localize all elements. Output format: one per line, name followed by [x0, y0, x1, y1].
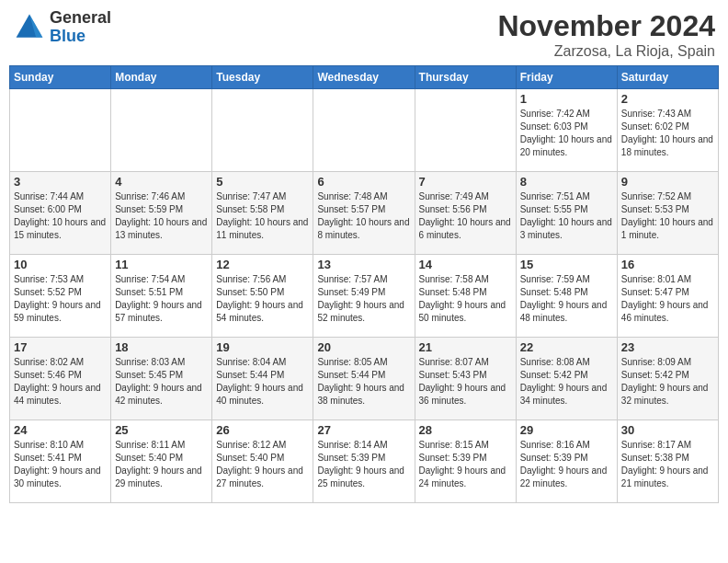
table-row: 19Sunrise: 8:04 AM Sunset: 5:44 PM Dayli… [212, 338, 313, 420]
calendar-week-row: 17Sunrise: 8:02 AM Sunset: 5:46 PM Dayli… [10, 338, 719, 420]
day-info: Sunrise: 8:14 AM Sunset: 5:39 PM Dayligh… [317, 439, 410, 490]
day-number: 18 [115, 340, 208, 354]
day-info: Sunrise: 7:57 AM Sunset: 5:49 PM Dayligh… [317, 273, 410, 325]
table-row [212, 89, 313, 172]
day-number: 15 [520, 258, 613, 271]
day-number: 17 [14, 340, 107, 354]
table-row: 10Sunrise: 7:53 AM Sunset: 5:52 PM Dayli… [10, 255, 111, 338]
logo: General Blue [13, 9, 111, 46]
day-info: Sunrise: 8:10 AM Sunset: 5:41 PM Dayligh… [14, 439, 107, 490]
table-row: 21Sunrise: 8:07 AM Sunset: 5:43 PM Dayli… [415, 338, 516, 420]
location-subtitle: Zarzosa, La Rioja, Spain [497, 43, 715, 60]
table-row [111, 89, 212, 172]
day-number: 3 [14, 175, 107, 189]
day-info: Sunrise: 8:04 AM Sunset: 5:44 PM Dayligh… [216, 356, 309, 408]
table-row: 16Sunrise: 8:01 AM Sunset: 5:47 PM Dayli… [617, 255, 718, 338]
table-row: 2Sunrise: 7:43 AM Sunset: 6:02 PM Daylig… [617, 89, 718, 172]
day-number: 10 [14, 258, 107, 271]
day-info: Sunrise: 8:11 AM Sunset: 5:40 PM Dayligh… [115, 439, 208, 490]
table-row: 13Sunrise: 7:57 AM Sunset: 5:49 PM Dayli… [313, 255, 415, 338]
table-row: 27Sunrise: 8:14 AM Sunset: 5:39 PM Dayli… [313, 420, 415, 503]
day-number: 20 [317, 340, 410, 354]
col-friday: Friday [516, 66, 617, 89]
table-row: 1Sunrise: 7:42 AM Sunset: 6:03 PM Daylig… [516, 89, 617, 172]
calendar-table: Sunday Monday Tuesday Wednesday Thursday… [9, 65, 719, 503]
table-row: 7Sunrise: 7:49 AM Sunset: 5:56 PM Daylig… [415, 172, 516, 255]
day-number: 24 [14, 423, 107, 437]
table-row: 20Sunrise: 8:05 AM Sunset: 5:44 PM Dayli… [313, 338, 415, 420]
day-number: 21 [419, 340, 512, 354]
logo-icon [13, 11, 46, 44]
day-number: 30 [621, 423, 714, 437]
col-monday: Monday [111, 66, 212, 89]
day-number: 11 [115, 258, 208, 271]
table-row: 25Sunrise: 8:11 AM Sunset: 5:40 PM Dayli… [111, 420, 212, 503]
day-info: Sunrise: 8:05 AM Sunset: 5:44 PM Dayligh… [317, 356, 410, 408]
day-number: 12 [216, 258, 309, 271]
table-row: 3Sunrise: 7:44 AM Sunset: 6:00 PM Daylig… [10, 172, 111, 255]
table-row: 5Sunrise: 7:47 AM Sunset: 5:58 PM Daylig… [212, 172, 313, 255]
day-info: Sunrise: 7:47 AM Sunset: 5:58 PM Dayligh… [216, 190, 309, 242]
day-number: 22 [520, 340, 613, 354]
table-row: 14Sunrise: 7:58 AM Sunset: 5:48 PM Dayli… [415, 255, 516, 338]
day-number: 28 [419, 423, 512, 437]
day-info: Sunrise: 8:16 AM Sunset: 5:39 PM Dayligh… [520, 439, 613, 490]
day-number: 6 [317, 175, 410, 189]
day-number: 4 [115, 175, 208, 189]
table-row: 11Sunrise: 7:54 AM Sunset: 5:51 PM Dayli… [111, 255, 212, 338]
day-info: Sunrise: 8:12 AM Sunset: 5:40 PM Dayligh… [216, 439, 309, 490]
day-number: 2 [621, 92, 714, 106]
day-info: Sunrise: 7:44 AM Sunset: 6:00 PM Dayligh… [14, 190, 107, 242]
day-info: Sunrise: 8:15 AM Sunset: 5:39 PM Dayligh… [419, 439, 512, 490]
calendar-week-row: 3Sunrise: 7:44 AM Sunset: 6:00 PM Daylig… [10, 172, 719, 255]
table-row: 9Sunrise: 7:52 AM Sunset: 5:53 PM Daylig… [617, 172, 718, 255]
table-row: 28Sunrise: 8:15 AM Sunset: 5:39 PM Dayli… [415, 420, 516, 503]
table-row: 24Sunrise: 8:10 AM Sunset: 5:41 PM Dayli… [10, 420, 111, 503]
table-row: 12Sunrise: 7:56 AM Sunset: 5:50 PM Dayli… [212, 255, 313, 338]
day-number: 29 [520, 423, 613, 437]
day-info: Sunrise: 7:46 AM Sunset: 5:59 PM Dayligh… [115, 190, 208, 242]
day-info: Sunrise: 7:58 AM Sunset: 5:48 PM Dayligh… [419, 273, 512, 325]
table-row: 4Sunrise: 7:46 AM Sunset: 5:59 PM Daylig… [111, 172, 212, 255]
day-info: Sunrise: 8:07 AM Sunset: 5:43 PM Dayligh… [419, 356, 512, 408]
table-row: 18Sunrise: 8:03 AM Sunset: 5:45 PM Dayli… [111, 338, 212, 420]
col-wednesday: Wednesday [313, 66, 415, 89]
day-number: 9 [621, 175, 714, 189]
day-info: Sunrise: 7:42 AM Sunset: 6:03 PM Dayligh… [520, 108, 613, 159]
table-row [10, 89, 111, 172]
day-info: Sunrise: 7:59 AM Sunset: 5:48 PM Dayligh… [520, 273, 613, 325]
logo-blue: Blue [50, 27, 85, 45]
day-number: 26 [216, 423, 309, 437]
day-info: Sunrise: 7:51 AM Sunset: 5:55 PM Dayligh… [520, 190, 613, 242]
col-saturday: Saturday [617, 66, 718, 89]
logo-text: General Blue [50, 9, 111, 46]
table-row: 17Sunrise: 8:02 AM Sunset: 5:46 PM Dayli… [10, 338, 111, 420]
table-row: 23Sunrise: 8:09 AM Sunset: 5:42 PM Dayli… [617, 338, 718, 420]
table-row: 6Sunrise: 7:48 AM Sunset: 5:57 PM Daylig… [313, 172, 415, 255]
day-info: Sunrise: 7:56 AM Sunset: 5:50 PM Dayligh… [216, 273, 309, 325]
day-info: Sunrise: 7:49 AM Sunset: 5:56 PM Dayligh… [419, 190, 512, 242]
calendar-week-row: 1Sunrise: 7:42 AM Sunset: 6:03 PM Daylig… [10, 89, 719, 172]
day-number: 5 [216, 175, 309, 189]
calendar-header-row: Sunday Monday Tuesday Wednesday Thursday… [10, 66, 719, 89]
title-block: November 2024 Zarzosa, La Rioja, Spain [497, 9, 715, 60]
day-number: 27 [317, 423, 410, 437]
day-number: 23 [621, 340, 714, 354]
day-number: 14 [419, 258, 512, 271]
day-number: 19 [216, 340, 309, 354]
table-row [313, 89, 415, 172]
month-title: November 2024 [497, 9, 715, 43]
table-row: 26Sunrise: 8:12 AM Sunset: 5:40 PM Dayli… [212, 420, 313, 503]
page-header: General Blue November 2024 Zarzosa, La R… [9, 9, 719, 60]
day-info: Sunrise: 7:54 AM Sunset: 5:51 PM Dayligh… [115, 273, 208, 325]
day-info: Sunrise: 8:17 AM Sunset: 5:38 PM Dayligh… [621, 439, 714, 490]
logo-general: General [50, 8, 111, 27]
day-info: Sunrise: 7:48 AM Sunset: 5:57 PM Dayligh… [317, 190, 410, 242]
day-info: Sunrise: 8:01 AM Sunset: 5:47 PM Dayligh… [621, 273, 714, 325]
table-row: 15Sunrise: 7:59 AM Sunset: 5:48 PM Dayli… [516, 255, 617, 338]
day-info: Sunrise: 8:08 AM Sunset: 5:42 PM Dayligh… [520, 356, 613, 408]
table-row: 29Sunrise: 8:16 AM Sunset: 5:39 PM Dayli… [516, 420, 617, 503]
day-number: 16 [621, 258, 714, 271]
day-info: Sunrise: 7:53 AM Sunset: 5:52 PM Dayligh… [14, 273, 107, 325]
calendar-week-row: 10Sunrise: 7:53 AM Sunset: 5:52 PM Dayli… [10, 255, 719, 338]
